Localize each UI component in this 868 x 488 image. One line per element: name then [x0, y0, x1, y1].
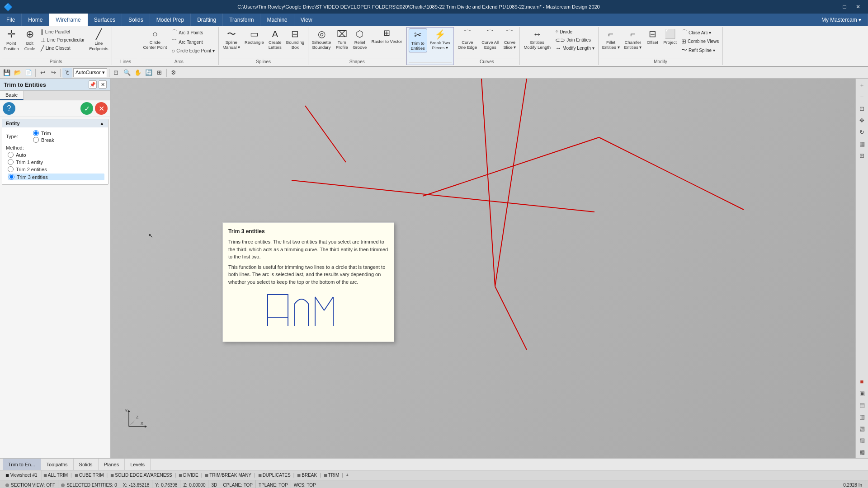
method-3entities-radio[interactable] [9, 174, 14, 180]
menu-modelprep[interactable]: Model Prep [150, 14, 191, 26]
viewsheet-1[interactable]: ◼ Viewsheet #1 [2, 470, 42, 480]
menu-view[interactable]: View [294, 14, 319, 26]
line-parallel-button[interactable]: ∥ Line Parallel [39, 28, 86, 36]
right-view1-btn[interactable]: ▦ [857, 138, 868, 149]
toolbar2-new-btn[interactable]: 📄 [24, 68, 33, 78]
menu-transform[interactable]: Transform [223, 14, 260, 26]
bottom-tab-trim[interactable]: Trim to En... [3, 459, 41, 470]
vs-item-duplicates[interactable]: ◼ DUPLICATES [258, 473, 291, 478]
vs-add-btn[interactable]: + [346, 473, 349, 478]
method-1entity-radio[interactable] [8, 159, 14, 165]
rectangle-button[interactable]: ▭ Rectangle [243, 28, 266, 46]
trim-to-entities-button[interactable]: ✂ Trim toEntities [409, 28, 427, 52]
vs-item-cubetrim[interactable]: ◼ CUBE TRIM [75, 473, 104, 478]
bolt-circle-button[interactable]: ⊕ BoltCircle [22, 28, 38, 52]
menu-surfaces[interactable]: Surfaces [88, 14, 122, 26]
method-3entities-option[interactable]: Trim 3 entities [8, 174, 104, 180]
bottom-tab-solids[interactable]: Solids [74, 459, 99, 470]
combine-views-button[interactable]: ⊞ Combine Views [679, 38, 721, 45]
curve-slice-button[interactable]: ⌒ CurveSlice ▾ [501, 28, 518, 51]
toolbar2-rotate-btn[interactable]: 🔄 [144, 68, 154, 78]
spline-manual-button[interactable]: 〜 SplineManual ▾ [221, 28, 242, 51]
circle-center-point-button[interactable]: ○ CircleCenter Point [141, 28, 169, 51]
right-gray-btn6[interactable]: ▩ [857, 446, 868, 457]
offset-button[interactable]: ⊟ Offset [644, 28, 660, 46]
toolbar2-select-all-btn[interactable]: ⊡ [111, 68, 121, 78]
panel-pin-button[interactable]: 📌 [89, 80, 97, 89]
type-break-option[interactable]: Break [33, 137, 54, 143]
vs-item-solidedge[interactable]: ◼ SOLID EDGE AWARENESS [110, 473, 172, 478]
right-gray-btn4[interactable]: ▧ [857, 423, 868, 434]
toolbar2-settings-btn[interactable]: ⚙ [169, 68, 179, 78]
line-perpendicular-button[interactable]: ⊥ Line Perpendicular [39, 36, 86, 44]
silhouette-boundary-button[interactable]: ◎ SilhouetteBoundary [310, 28, 333, 51]
menu-mymastercam[interactable]: My Mastercam ▾ [815, 14, 868, 26]
menu-machine[interactable]: Machine [260, 14, 294, 26]
create-letters-button[interactable]: A CreateLetters [267, 28, 283, 51]
toolbar2-save-btn[interactable]: 💾 [2, 68, 12, 78]
chamfer-entities-button[interactable]: ⌐ ChamferEntities ▾ [623, 28, 644, 51]
panel-tab-basic[interactable]: Basic [0, 91, 24, 100]
method-2entities-option[interactable]: Trim 2 entities [8, 166, 104, 172]
right-gray-btn2[interactable]: ▤ [857, 399, 868, 410]
entity-section-header[interactable]: Entity ▲ [2, 119, 108, 127]
turn-profile-button[interactable]: ⌧ TurnProfile [334, 28, 350, 51]
refit-spline-button[interactable]: 〜 Refit Spline ▾ [679, 46, 721, 55]
right-gray-btn1[interactable]: ▣ [857, 388, 868, 399]
right-red-btn[interactable]: ■ [857, 376, 868, 387]
minimize-button[interactable]: — [825, 2, 837, 11]
circle-edge-point-button[interactable]: ○ Circle Edge Point ▾ [170, 47, 217, 55]
vs-item-trimbreak[interactable]: ◼ TRIM/BREAK MANY [205, 473, 251, 478]
menu-solids[interactable]: Solids [122, 14, 150, 26]
panel-close-button[interactable]: ✕ [99, 80, 107, 89]
menu-drafting[interactable]: Drafting [191, 14, 223, 26]
right-zoom-out-btn[interactable]: − [857, 91, 868, 102]
toolbar2-redo-btn[interactable]: ↪ [48, 68, 58, 78]
bottom-tab-levels[interactable]: Levels [125, 459, 151, 470]
curve-one-edge-button[interactable]: ⌒ CurveOne Edge [456, 28, 479, 51]
bottom-tab-toolpaths[interactable]: Toolpaths [41, 459, 74, 470]
toolbar2-zoom-btn[interactable]: 🔍 [122, 68, 132, 78]
toolbar2-pan-btn[interactable]: ✋ [133, 68, 143, 78]
right-pan-btn[interactable]: ✥ [857, 115, 868, 126]
curve-all-edges-button[interactable]: ⌒ Curve AllEdges [480, 28, 500, 51]
vs-item-divide[interactable]: ◼ DIVIDE [179, 473, 198, 478]
right-gray-btn3[interactable]: ▥ [857, 411, 868, 422]
arc3points-button[interactable]: ⌒ Arc 3 Points [170, 28, 217, 37]
close-arc-button[interactable]: ⌒ Close Arc ▾ [679, 28, 721, 37]
raster-to-vector-button[interactable]: ⊞ Raster to Vector [369, 28, 404, 45]
break-two-pieces-button[interactable]: ⚡ Break TwoPieces ▾ [428, 28, 452, 52]
join-entities-button[interactable]: ⊂⊃ Join Entities [553, 36, 596, 44]
vs-item-break[interactable]: ◼ BREAK [297, 473, 317, 478]
bottom-tab-planes[interactable]: Planes [99, 459, 125, 470]
method-2entities-radio[interactable] [8, 166, 14, 172]
right-rotate-btn[interactable]: ↻ [857, 127, 868, 137]
right-view2-btn[interactable]: ⊞ [857, 150, 868, 161]
menu-wireframe[interactable]: Wireframe [49, 14, 87, 26]
right-zoom-in-btn[interactable]: + [857, 80, 868, 90]
panel-cancel-button[interactable]: ✕ [95, 102, 108, 115]
line-closest-button[interactable]: ╱ Line Closest [39, 44, 86, 52]
bounding-box-button[interactable]: ⊟ BoundingBox [284, 28, 306, 51]
type-trim-radio[interactable] [33, 130, 39, 136]
panel-ok-button[interactable]: ✓ [80, 102, 93, 115]
point-position-button[interactable]: ✛ PointPosition [2, 28, 21, 52]
toolbar2-fit-btn[interactable]: ⊞ [155, 68, 165, 78]
menu-file[interactable]: File [0, 14, 22, 26]
vs-item-alltrim[interactable]: ◼ ALL TRIM [43, 473, 68, 478]
vs-item-trim[interactable]: ◼ TRIM [324, 473, 339, 478]
arc-tangent-button[interactable]: ⌒ Arc Tangent [170, 38, 217, 47]
fillet-entities-button[interactable]: ⌐ FilletEntities ▾ [600, 28, 622, 51]
panel-help-button[interactable]: ? [3, 102, 15, 115]
method-auto-option[interactable]: Auto [8, 152, 104, 158]
project-button[interactable]: ⬜ Project [661, 28, 679, 46]
right-gray-btn5[interactable]: ▨ [857, 435, 868, 446]
toolbar2-undo-btn[interactable]: ↩ [38, 68, 47, 78]
toolbar2-cursor-btn[interactable]: 🖱 [62, 68, 72, 78]
canvas-area[interactable]: X Y Z ↖ Trim 3 entities Trims three enti… [111, 79, 855, 458]
divide-button[interactable]: ÷ Divide [553, 28, 596, 36]
type-trim-option[interactable]: Trim [33, 130, 54, 136]
right-zoom-fit-btn[interactable]: ⊡ [857, 103, 868, 114]
method-1entity-option[interactable]: Trim 1 entity [8, 159, 104, 165]
entities-modify-length-button[interactable]: ↔ EntitiesModify Length [522, 28, 552, 51]
